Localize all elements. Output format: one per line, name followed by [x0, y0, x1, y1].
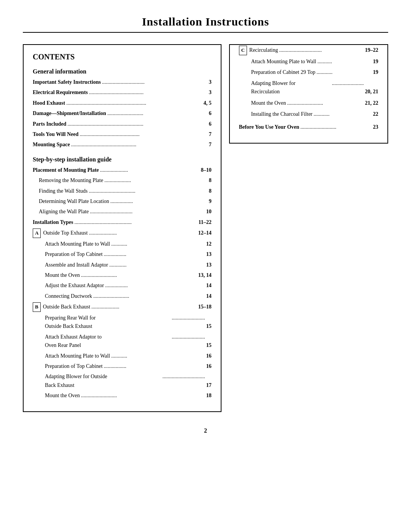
right-column: C Recirculating ........................… — [229, 44, 388, 144]
toc-page: 4, 5 — [204, 99, 212, 107]
toc-label: Important Safety Instructions — [33, 78, 101, 86]
toc-row: Adapting Blower for OutsideBack Exhaust … — [33, 372, 212, 390]
toc-label: Mount the Oven — [45, 391, 80, 400]
toc-page: 11–22 — [198, 218, 211, 227]
toc-row: Preparation of Top Cabinet .............… — [33, 250, 212, 259]
toc-row: Before You Use Your Oven ...............… — [239, 123, 378, 131]
toc-label: Hood Exhaust — [33, 99, 65, 107]
toc-dots: ................. — [104, 250, 205, 259]
page-number: 2 — [23, 427, 388, 434]
toc-page: 23 — [373, 123, 378, 131]
toc-page: 22 — [373, 110, 378, 118]
toc-dots: ..................... — [100, 166, 200, 174]
toc-page: 16 — [206, 352, 212, 360]
toc-page: 8 — [209, 187, 212, 195]
toc-row: Installing the Charcoal Filter .........… — [239, 110, 378, 118]
toc-label: Before You Use Your Oven — [239, 123, 299, 131]
toc-row: Hood Exhaust ...........................… — [33, 99, 212, 107]
toc-row: Preparation of Top Cabinet .............… — [33, 362, 212, 371]
toc-label: Assemble and Install Adaptor — [45, 261, 108, 269]
toc-label: Outside Top Exhaust — [43, 229, 88, 237]
toc-dots: ........................... — [287, 99, 364, 107]
toc-page: 19–22 — [365, 46, 378, 54]
toc-row: Attach Exhaust Adaptor toOven Rear Panel… — [33, 333, 212, 350]
toc-row: Preparing Rear Wall forOutside Back Exha… — [33, 314, 212, 331]
toc-row: Parts Included .........................… — [33, 120, 212, 128]
toc-row: Electrical Requirements ................… — [33, 88, 212, 97]
toc-page: 8 — [209, 176, 212, 185]
toc-dots: ........................................… — [74, 218, 197, 227]
toc-label: Mount the Oven — [251, 99, 286, 107]
toc-label: Damage—Shipment/Installation — [33, 109, 106, 118]
toc-row: Important Safety Instructions ..........… — [33, 78, 212, 86]
toc-label: Parts Included — [33, 120, 66, 128]
toc-label: Attach Mounting Plate to Wall — [45, 240, 110, 248]
toc-page: 16 — [206, 362, 212, 371]
toc-row: Attach Mounting Plate to Wall ..........… — [33, 240, 212, 248]
toc-label: Electrical Requirements — [33, 88, 88, 97]
toc-page: 3 — [209, 78, 212, 86]
toc-label: Aligning the Wall Plate — [39, 208, 89, 216]
toc-dots: ........... — [317, 58, 372, 66]
toc-dots: ............ — [317, 68, 372, 77]
toc-row: Aligning the Wall Plate ................… — [33, 208, 212, 216]
toc-label: Installation Types — [33, 218, 73, 227]
toc-row: Connecting Ductwork ....................… — [33, 292, 212, 300]
toc-row: Adjust the Exhaust Adaptor .............… — [33, 281, 212, 290]
toc-row: A Outside Top Exhaust ..................… — [33, 228, 212, 238]
toc-dots: ........................................… — [71, 141, 208, 149]
toc-page: 19 — [373, 68, 378, 77]
toc-label: Installing the Charcoal Filter — [251, 110, 312, 118]
toc-dots: ................................ — [279, 46, 364, 54]
toc-page: 10 — [206, 208, 212, 216]
step-heading: Step-by-step installation guide — [33, 156, 212, 163]
toc-label: Tools You Will Need — [33, 130, 78, 139]
toc-row: B Outside Back Exhaust .................… — [33, 302, 212, 312]
toc-dots: ............ — [111, 240, 205, 248]
toc-page: 7 — [209, 141, 212, 149]
toc-row: Attach Mounting Plate to Wall ..........… — [33, 352, 212, 360]
toc-label: Adjust the Exhaust Adaptor — [45, 281, 104, 290]
toc-page: 9 — [209, 197, 212, 206]
toc-page: 17 — [206, 381, 212, 390]
toc-dots: ........................... — [93, 292, 205, 300]
step-entries: Placement of Mounting Plate ............… — [33, 166, 212, 400]
toc-page: 14 — [206, 281, 212, 290]
toc-dots: ........................................… — [66, 99, 202, 107]
toc-row: Assemble and Install Adaptor ...........… — [33, 261, 212, 269]
general-entries: Important Safety Instructions ..........… — [33, 78, 212, 149]
toc-page: 7 — [209, 130, 212, 139]
toc-label: Placement of Mounting Plate — [33, 166, 99, 174]
toc-page: 15–18 — [198, 303, 212, 311]
toc-dots: ..................... — [91, 303, 197, 311]
toc-label: Mounting Space — [33, 141, 70, 149]
toc-page: 6 — [209, 120, 212, 128]
toc-label: Attach Exhaust Adaptor toOven Rear Panel — [45, 333, 169, 350]
toc-label: Connecting Ductwork — [45, 292, 92, 300]
toc-dots: ................................ — [161, 372, 205, 381]
toc-page: 13 — [206, 261, 212, 269]
toc-page: 20, 21 — [365, 88, 378, 96]
page-title: Installation Instructions — [142, 15, 269, 28]
toc-page: 8–10 — [201, 166, 212, 174]
toc-dots: ................................ — [90, 208, 205, 216]
toc-row: Finding the Wall Studs .................… — [33, 187, 212, 195]
toc-page: 3 — [209, 88, 212, 97]
toc-dots: .................... — [104, 176, 208, 185]
toc-dots: ............ — [111, 352, 205, 360]
toc-label: Adapting Blower forRecirculation — [251, 79, 329, 96]
toc-dots: ..................... — [89, 229, 197, 237]
toc-dots: ......................... — [170, 314, 205, 322]
toc-dots: ................. — [110, 197, 208, 206]
toc-page: 12 — [206, 240, 212, 248]
toc-row: C Recirculating ........................… — [239, 46, 378, 55]
toc-label: Attach Mounting Plate to Wall — [251, 58, 316, 66]
toc-label: Preparation of Cabinet 29 Top — [251, 68, 315, 77]
toc-page: 19 — [373, 58, 378, 66]
toc-row: Mount the Oven .........................… — [33, 391, 212, 400]
toc-row: Mount the Oven .........................… — [239, 99, 378, 107]
toc-dots: ........................... — [300, 123, 372, 131]
page-title-container: Installation Instructions — [23, 15, 388, 33]
toc-label: Adapting Blower for OutsideBack Exhaust — [45, 372, 160, 390]
contents-title: CONTENTS — [33, 53, 212, 61]
